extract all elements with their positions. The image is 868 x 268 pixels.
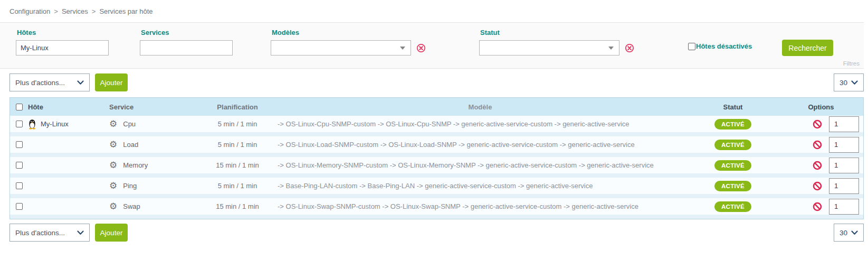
- page-size-value: 30: [840, 229, 847, 237]
- page-size-select[interactable]: 30: [834, 224, 864, 242]
- bottom-toolbar: Plus d'actions... Ajouter 30: [9, 224, 864, 242]
- table-row: ⚙︎Load5 min / 1 min-> OS-Linux-Load-SNMP…: [10, 136, 863, 157]
- top-toolbar: Plus d'actions... Ajouter 30: [9, 73, 864, 91]
- header-status[interactable]: Statut: [683, 103, 783, 111]
- page-size-select[interactable]: 30: [834, 73, 864, 91]
- hosts-filter-input[interactable]: [16, 40, 109, 56]
- table-row: My-Linux⚙︎Cpu5 min / 1 min-> OS-Linux-Cp…: [10, 116, 863, 136]
- add-button[interactable]: Ajouter: [95, 73, 128, 91]
- header-service[interactable]: Service: [108, 103, 206, 111]
- scheduling-value: 15 min / 1 min: [206, 202, 269, 210]
- template-chain: -> OS-Linux-Swap-SNMP-custom -> OS-Linux…: [269, 202, 683, 210]
- service-name[interactable]: Swap: [123, 202, 140, 210]
- row-checkbox[interactable]: [16, 141, 23, 148]
- prohibition-icon[interactable]: [813, 140, 822, 150]
- disabled-hosts-label: Hôtes désactivés: [696, 42, 752, 50]
- select-all-checkbox[interactable]: [16, 104, 23, 110]
- prohibition-icon[interactable]: [813, 202, 822, 211]
- template-chain: -> OS-Linux-Cpu-SNMP-custom -> OS-Linux-…: [269, 120, 683, 128]
- header-scheduling[interactable]: Planification: [206, 103, 269, 111]
- scheduling-value: 5 min / 1 min: [206, 141, 269, 149]
- scheduling-value: 15 min / 1 min: [206, 161, 269, 169]
- gear-icon[interactable]: ⚙︎: [109, 119, 117, 128]
- service-name[interactable]: Memory: [123, 161, 148, 169]
- service-name[interactable]: Load: [123, 141, 138, 149]
- prohibition-icon[interactable]: [813, 119, 822, 129]
- status-filter-label: Statut: [480, 29, 500, 36]
- disabled-hosts-checkbox-row[interactable]: Hôtes désactivés: [688, 42, 752, 50]
- table-header-row: Hôte Service Planification Modèle Statut…: [10, 98, 863, 116]
- prohibition-icon[interactable]: [813, 161, 822, 170]
- header-options: Options: [783, 103, 863, 111]
- scheduling-value: 5 min / 1 min: [206, 120, 269, 128]
- gear-icon[interactable]: ⚙︎: [109, 140, 117, 149]
- template-chain: -> OS-Linux-Memory-SNMP-custom -> OS-Lin…: [269, 161, 683, 169]
- status-clear-icon[interactable]: [625, 43, 634, 53]
- service-name[interactable]: Cpu: [123, 120, 136, 128]
- gear-icon[interactable]: ⚙︎: [109, 161, 117, 170]
- add-button[interactable]: Ajouter: [95, 224, 128, 242]
- services-filter-label: Services: [141, 29, 169, 36]
- breadcrumb-item-services-par-hote: Services par hôte: [99, 7, 152, 15]
- linux-penguin-icon: [28, 119, 36, 130]
- service-name[interactable]: Ping: [123, 182, 137, 190]
- gear-icon[interactable]: ⚙︎: [109, 202, 117, 211]
- options-input[interactable]: [829, 199, 859, 215]
- table-row: ⚙︎Memory15 min / 1 min-> OS-Linux-Memory…: [10, 157, 863, 178]
- status-badge: ACTIVÉ: [714, 160, 751, 171]
- more-actions-label: Plus d'actions...: [15, 79, 65, 87]
- breadcrumb-separator: >: [54, 7, 58, 15]
- dropdown-arrow-icon: [400, 47, 405, 50]
- chevron-down-icon: [851, 80, 858, 85]
- status-badge: ACTIVÉ: [714, 140, 751, 150]
- table-row: ⚙︎Swap15 min / 1 min-> OS-Linux-Swap-SNM…: [10, 198, 863, 219]
- search-button[interactable]: Rechercher: [782, 40, 833, 56]
- row-checkbox[interactable]: [16, 162, 23, 169]
- options-input[interactable]: [829, 178, 859, 194]
- chevron-down-icon: [851, 230, 858, 235]
- services-table: Hôte Service Planification Modèle Statut…: [9, 97, 864, 219]
- services-filter-input[interactable]: [140, 40, 233, 56]
- breadcrumb-separator: >: [92, 7, 96, 15]
- breadcrumb: Configuration>Services>Services par hôte: [9, 7, 868, 15]
- row-checkbox[interactable]: [16, 203, 23, 210]
- host-name[interactable]: My-Linux: [41, 120, 69, 128]
- status-select[interactable]: [479, 40, 619, 56]
- prohibition-icon[interactable]: [813, 181, 822, 191]
- templates-filter-label: Modèles: [272, 29, 299, 36]
- table-body: My-Linux⚙︎Cpu5 min / 1 min-> OS-Linux-Cp…: [10, 116, 863, 219]
- template-chain: -> Base-Ping-LAN-custom -> Base-Ping-LAN…: [269, 182, 683, 190]
- templates-select[interactable]: [271, 40, 411, 56]
- breadcrumb-item-services[interactable]: Services: [62, 7, 88, 15]
- hosts-filter-label: Hôtes: [17, 29, 36, 36]
- header-template[interactable]: Modèle: [269, 103, 683, 111]
- dropdown-arrow-icon: [608, 47, 614, 50]
- more-actions-select[interactable]: Plus d'actions...: [9, 73, 90, 91]
- chevron-down-icon: [77, 230, 84, 235]
- status-badge: ACTIVÉ: [714, 201, 751, 212]
- table-row: ⚙︎Ping5 min / 1 min-> Base-Ping-LAN-cust…: [10, 178, 863, 198]
- more-actions-label: Plus d'actions...: [15, 229, 65, 237]
- row-checkbox[interactable]: [16, 182, 23, 189]
- options-input[interactable]: [829, 158, 859, 173]
- filters-caption: Filtres: [843, 60, 860, 67]
- gear-icon[interactable]: ⚙︎: [109, 181, 117, 190]
- page-size-value: 30: [840, 79, 847, 87]
- status-badge: ACTIVÉ: [714, 181, 751, 191]
- chevron-down-icon: [77, 80, 84, 85]
- template-chain: -> OS-Linux-Load-SNMP-custom -> OS-Linux…: [269, 141, 683, 149]
- templates-clear-icon[interactable]: [416, 43, 426, 53]
- row-checkbox[interactable]: [16, 121, 23, 127]
- disabled-hosts-checkbox[interactable]: [688, 43, 695, 50]
- status-badge: ACTIVÉ: [714, 119, 751, 130]
- breadcrumb-item-configuration[interactable]: Configuration: [9, 7, 50, 15]
- options-input[interactable]: [829, 116, 859, 132]
- scheduling-value: 5 min / 1 min: [206, 182, 269, 190]
- more-actions-select[interactable]: Plus d'actions...: [9, 224, 90, 242]
- filter-panel: Hôtes Services Modèles Statut Hôtes désa…: [0, 22, 864, 69]
- options-input[interactable]: [829, 137, 859, 153]
- header-host[interactable]: Hôte: [28, 103, 108, 111]
